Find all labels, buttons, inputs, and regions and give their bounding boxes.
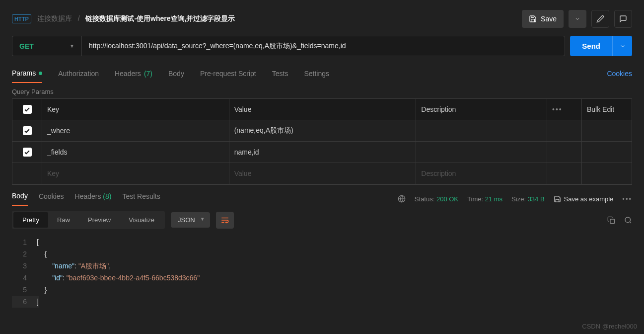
save-label: Save <box>541 15 557 23</box>
breadcrumb: 连接数据库 / 链接数据库测试-使用where查询,并过滤字段显示 <box>37 14 235 23</box>
tab-headers[interactable]: Headers (7) <box>115 65 152 83</box>
send-dropdown-button[interactable] <box>612 36 632 56</box>
method-value: GET <box>19 42 34 50</box>
svg-line-6 <box>630 222 631 223</box>
value-placeholder[interactable]: Value <box>229 163 417 184</box>
save-icon <box>529 15 537 23</box>
save-button[interactable]: Save <box>522 10 564 28</box>
svg-rect-4 <box>610 219 615 224</box>
edit-button[interactable] <box>591 10 609 28</box>
view-tab-visualize[interactable]: Visualize <box>120 212 163 228</box>
header-bar: HTTP 连接数据库 / 链接数据库测试-使用where查询,并过滤字段显示 S… <box>0 0 644 36</box>
bulk-edit-button[interactable]: Bulk Edit <box>582 99 632 120</box>
response-tab-cookies[interactable]: Cookies <box>39 192 64 205</box>
wrap-lines-button[interactable] <box>216 212 234 229</box>
params-header-row: Key Value Description ••• Bulk Edit <box>12 99 632 120</box>
tab-body[interactable]: Body <box>168 65 184 83</box>
col-value: Value <box>229 99 417 120</box>
wrap-icon <box>220 216 229 225</box>
comment-icon <box>619 15 627 23</box>
request-row: GET ▼ Send <box>0 36 644 64</box>
tab-pre-request-script[interactable]: Pre-request Script <box>200 65 256 83</box>
watermark: CSDN @rechel000 <box>582 323 637 330</box>
response-tab-headers[interactable]: Headers (8) <box>75 192 112 205</box>
desc-cell[interactable] <box>416 142 547 163</box>
breadcrumb-parent[interactable]: 连接数据库 <box>37 14 72 22</box>
size-group: Size: 334 B <box>511 195 545 203</box>
desc-cell[interactable] <box>416 120 547 141</box>
key-cell[interactable]: _fields <box>42 142 229 163</box>
tab-authorization[interactable]: Authorization <box>58 65 99 83</box>
copy-icon <box>607 216 615 224</box>
status-group: Status: 200 OK <box>415 195 458 203</box>
col-key: Key <box>42 99 229 120</box>
request-tabs: Params AuthorizationHeaders (7)BodyPre-r… <box>0 64 644 83</box>
search-icon <box>624 216 632 224</box>
key-placeholder[interactable]: Key <box>42 163 229 184</box>
desc-placeholder[interactable]: Description <box>416 163 547 184</box>
response-meta: Status: 200 OK Time: 21 ms Size: 334 B S… <box>398 195 632 203</box>
check-cell <box>12 163 42 184</box>
code-line: 3 "name": "A股市场", <box>12 260 632 272</box>
breadcrumb-separator: / <box>78 14 80 22</box>
header-actions: Save <box>522 10 632 28</box>
comment-button[interactable] <box>614 10 632 28</box>
view-tabs: PrettyRawPreviewVisualize <box>12 211 165 229</box>
params-table: Key Value Description ••• Bulk Edit _whe… <box>12 98 632 185</box>
response-tab-body[interactable]: Body <box>12 192 28 206</box>
tab-params[interactable]: Params <box>12 64 42 83</box>
check-all-cell[interactable] <box>12 99 42 120</box>
key-cell[interactable]: _where <box>42 120 229 141</box>
value-cell[interactable]: (name,eq,A股市场) <box>229 120 417 141</box>
globe-icon[interactable] <box>398 195 406 203</box>
search-button[interactable] <box>624 216 632 224</box>
check-cell[interactable] <box>12 142 42 163</box>
breadcrumb-title: 链接数据库测试-使用where查询,并过滤字段显示 <box>85 14 235 22</box>
code-line: 5 } <box>12 284 632 296</box>
send-button[interactable]: Send <box>570 36 612 56</box>
view-tab-pretty[interactable]: Pretty <box>13 212 48 228</box>
method-select[interactable]: GET ▼ <box>12 36 81 56</box>
view-tab-raw[interactable]: Raw <box>48 212 79 228</box>
chevron-down-icon <box>620 43 626 49</box>
response-tab-test-results[interactable]: Test Results <box>122 192 160 205</box>
svg-point-5 <box>625 217 631 223</box>
code-line: 2 { <box>12 248 632 260</box>
col-desc: Description <box>416 99 547 120</box>
response-header: BodyCookiesHeaders (8)Test Results Statu… <box>0 185 644 206</box>
chevron-down-icon: ▼ <box>200 216 205 222</box>
save-dropdown-button[interactable] <box>569 10 586 28</box>
send-group: Send <box>570 36 632 56</box>
col-more[interactable]: ••• <box>547 99 582 120</box>
tab-tests[interactable]: Tests <box>272 65 288 83</box>
save-as-example-button[interactable]: Save as example <box>554 195 614 203</box>
response-more-button[interactable]: ••• <box>622 195 632 203</box>
url-input[interactable] <box>81 36 565 56</box>
view-toolbar: PrettyRawPreviewVisualize JSON ▼ <box>0 206 644 234</box>
response-body[interactable]: 1[2 {3 "name": "A股市场",4 "id": "baef693e-… <box>0 234 644 310</box>
view-actions <box>607 216 632 224</box>
check-cell[interactable] <box>12 120 42 141</box>
param-row-new[interactable]: Key Value Description <box>12 163 632 184</box>
check-all-icon <box>23 105 32 114</box>
copy-button[interactable] <box>607 216 615 224</box>
more-dots-icon: ••• <box>552 105 563 113</box>
query-params-label: Query Params <box>0 83 644 98</box>
pencil-icon <box>596 15 604 23</box>
code-line: 6] <box>12 296 632 308</box>
code-line: 4 "id": "baef693e-bbee-4bb2-a4f5-66bc538… <box>12 272 632 284</box>
chevron-down-icon: ▼ <box>70 43 74 49</box>
cookies-link[interactable]: Cookies <box>607 65 632 83</box>
value-cell[interactable]: name,id <box>229 142 417 163</box>
save-icon <box>554 195 561 203</box>
param-row: _fields name,id <box>12 142 632 163</box>
time-group: Time: 21 ms <box>467 195 502 203</box>
view-tab-preview[interactable]: Preview <box>79 212 120 228</box>
format-select[interactable]: JSON ▼ <box>171 212 210 228</box>
http-icon: HTTP <box>12 14 31 23</box>
chevron-down-icon <box>574 16 580 22</box>
tab-settings[interactable]: Settings <box>304 65 329 83</box>
param-row: _where (name,eq,A股市场) <box>12 120 632 142</box>
code-line: 1[ <box>12 236 632 248</box>
modified-dot <box>39 72 42 75</box>
